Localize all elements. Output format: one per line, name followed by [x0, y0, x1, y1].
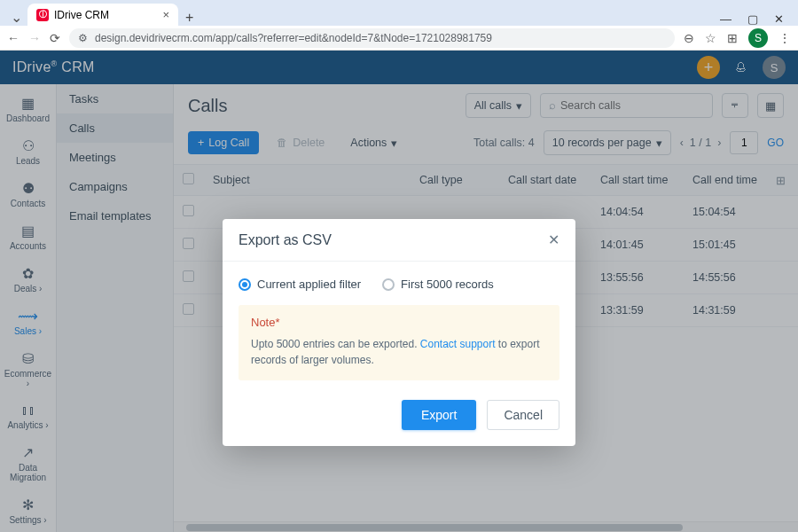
url-text: design.devidrivecrm.com/app/calls?referr…: [95, 32, 492, 44]
radio-icon: [239, 278, 251, 291]
radio-current-filter[interactable]: Current applied filter: [239, 278, 361, 291]
modal-title: Export as CSV: [239, 232, 332, 248]
modal-close-icon[interactable]: ✕: [548, 231, 559, 248]
new-tab-button[interactable]: +: [178, 10, 200, 26]
favicon-icon: ⓘ: [36, 9, 49, 21]
radio-icon: [382, 278, 395, 291]
bookmark-icon[interactable]: ☆: [705, 31, 716, 45]
contact-support-link[interactable]: Contact support: [420, 338, 496, 350]
extensions-icon[interactable]: ⊞: [727, 31, 738, 45]
note-box: Note* Upto 5000 entries can be exported.…: [239, 305, 559, 380]
tab-title: IDrive CRM: [54, 9, 109, 21]
reload-icon[interactable]: ⟳: [50, 31, 60, 45]
note-heading: Note*: [251, 316, 547, 329]
site-info-icon[interactable]: ⚙: [78, 32, 88, 44]
browser-tab[interactable]: ⓘ IDrive CRM ×: [27, 4, 178, 26]
radio-first-5000[interactable]: First 5000 records: [382, 278, 494, 291]
export-modal: Export as CSV ✕ Current applied filter F…: [223, 219, 575, 446]
zoom-icon[interactable]: ⊖: [684, 31, 694, 45]
export-button[interactable]: Export: [402, 400, 476, 430]
close-tab-icon[interactable]: ×: [162, 8, 169, 21]
forward-icon: →: [28, 31, 41, 45]
cancel-button[interactable]: Cancel: [487, 400, 559, 430]
note-text: Upto 5000 entries can be exported. Conta…: [251, 336, 547, 368]
browser-chrome: ⌄ ⓘ IDrive CRM × + — ▢ ✕ ← → ⟳ ⚙ design.…: [0, 0, 798, 51]
back-icon[interactable]: ←: [7, 31, 20, 45]
tab-dropdown-icon[interactable]: ⌄: [5, 9, 27, 26]
browser-menu-icon[interactable]: ⋮: [778, 31, 791, 45]
window-close-icon[interactable]: ✕: [774, 12, 784, 26]
modal-overlay[interactable]: Export as CSV ✕ Current applied filter F…: [0, 51, 798, 532]
profile-avatar[interactable]: S: [748, 28, 768, 48]
window-minimize-icon[interactable]: —: [720, 12, 732, 26]
address-bar[interactable]: ⚙ design.devidrivecrm.com/app/calls?refe…: [69, 28, 675, 48]
window-maximize-icon[interactable]: ▢: [747, 12, 758, 26]
